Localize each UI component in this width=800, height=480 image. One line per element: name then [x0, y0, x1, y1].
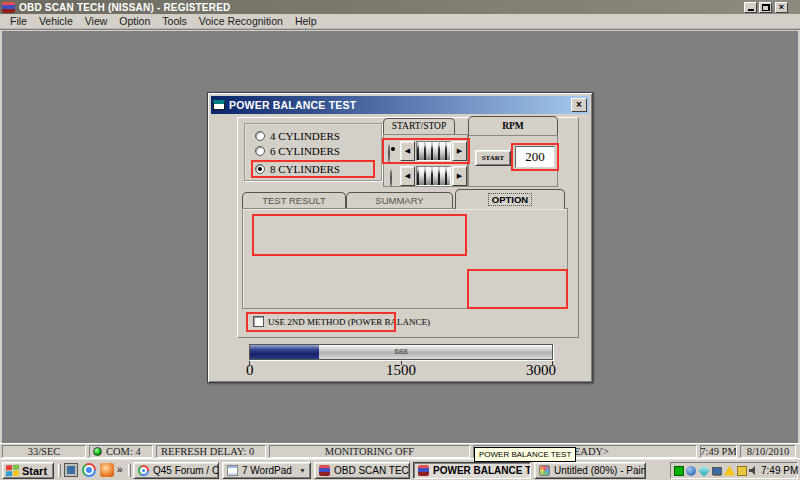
status-com-port: COM: 4 — [89, 445, 153, 458]
chrome-icon — [138, 465, 149, 476]
rpm-adjustment-header: RPM ADJUSTMENT — [468, 116, 558, 135]
spinner1-left-arrow-button[interactable]: ◀ — [400, 141, 415, 161]
menu-option[interactable]: Option — [113, 14, 156, 28]
start-stop-header: START/STOP — [383, 118, 455, 134]
tab-test-result[interactable]: TEST RESULT — [242, 192, 346, 209]
dialog-titlebar: POWER BALANCE TEST × — [211, 96, 589, 114]
start-button[interactable]: START — [475, 150, 511, 166]
start-button-taskbar[interactable]: Start — [2, 462, 54, 479]
restore-button[interactable] — [759, 2, 772, 13]
taskbar: Start » Q45 Forum / Cima Forum... 7 Word… — [0, 458, 800, 480]
rpm-gauge: 688 — [249, 344, 553, 360]
status-sample-rate: 33/SEC — [2, 445, 86, 458]
task-label: 7 WordPad — [242, 465, 292, 476]
scantool-icon — [418, 465, 429, 476]
radio-label: 4 CYLINDERS — [270, 130, 340, 142]
task-wordpad[interactable]: 7 WordPad ▼ — [222, 462, 311, 479]
task-label: OBD SCAN TECH (NISSA... — [334, 465, 410, 476]
option-tab-panel — [242, 208, 568, 309]
tray-update-icon[interactable] — [737, 466, 747, 476]
taskbar-grip[interactable] — [128, 464, 131, 477]
task-power-balance-test[interactable]: POWER BALANCE TEST — [413, 462, 531, 479]
taskbar-tooltip: POWER BALANCE TEST — [474, 447, 576, 462]
media-quicklaunch-icon[interactable] — [100, 463, 114, 477]
menu-tools[interactable]: Tools — [156, 14, 193, 28]
tab-label: TEST RESULT — [262, 195, 326, 206]
taskbar-grip[interactable] — [58, 464, 61, 477]
spinner2-display — [416, 166, 451, 186]
tray-display-icon[interactable] — [712, 467, 722, 475]
tab-label: OPTION — [489, 194, 531, 205]
tray-warning-icon[interactable] — [724, 466, 735, 476]
status-date: 8/10/2010 — [740, 445, 796, 458]
task-label: POWER BALANCE TEST — [433, 465, 531, 476]
spinner-radio-1[interactable] — [388, 144, 390, 163]
radio-label: 8 CYLINDERS — [270, 163, 340, 175]
task-obd-scan-tech[interactable]: OBD SCAN TECH (NISSA... — [314, 462, 410, 479]
start-label: Start — [22, 465, 47, 477]
tab-summary[interactable]: SUMMARY — [346, 192, 453, 209]
spinner2-right-arrow-button[interactable]: ▶ — [452, 166, 467, 186]
minimize-button[interactable] — [744, 2, 757, 13]
gauge-scale-mid: 1500 — [378, 362, 424, 379]
scantool-icon — [319, 465, 330, 476]
tray-diamond-icon[interactable] — [698, 465, 709, 476]
system-tray: 7:49 PM — [670, 462, 798, 479]
radio-icon — [255, 164, 265, 174]
tray-volume-icon[interactable] — [749, 466, 759, 475]
status-time: 7:49 PM — [700, 445, 737, 458]
restore-icon — [762, 4, 770, 11]
com-status-icon — [93, 447, 102, 456]
menu-vehicle[interactable]: Vehicle — [33, 14, 79, 28]
gauge-scale-min: 0 — [246, 362, 254, 379]
spinner1-display — [416, 141, 451, 161]
task-q45-forum[interactable]: Q45 Forum / Cima Forum... — [133, 462, 219, 479]
chrome-quicklaunch-icon[interactable] — [82, 463, 96, 477]
tray-clock: 7:49 PM — [761, 465, 798, 476]
menu-view[interactable]: View — [79, 14, 114, 28]
radio-6-cylinders[interactable]: 6 CYLINDERS — [255, 145, 340, 157]
menu-file[interactable]: File — [4, 14, 33, 28]
close-button[interactable]: × — [775, 2, 788, 13]
rpm-gauge-value: 688 — [250, 347, 552, 356]
power-balance-test-dialog: POWER BALANCE TEST × 4 CYLINDERS 6 CYLIN… — [207, 92, 593, 383]
close-icon: × — [779, 2, 784, 12]
status-monitoring: MONITORING OFF — [269, 445, 470, 458]
app-icon — [2, 2, 15, 13]
radio-4-cylinders[interactable]: 4 CYLINDERS — [255, 130, 340, 142]
dialog-icon — [213, 100, 225, 110]
radio-icon — [255, 131, 265, 141]
status-refresh-delay: REFRESH DELAY: 0 — [156, 445, 266, 458]
paintnet-icon — [539, 465, 550, 476]
tray-network-globe-icon[interactable] — [686, 466, 696, 476]
menu-bar: File Vehicle View Option Tools Voice Rec… — [0, 14, 800, 29]
window-title: OBD SCAN TECH (NISSAN) - REGISTERED — [19, 2, 230, 13]
spinner-radio-2[interactable] — [390, 169, 392, 188]
dialog-title: POWER BALANCE TEST — [229, 99, 571, 111]
dialog-close-button[interactable]: × — [571, 98, 587, 112]
spinner2-left-arrow-button[interactable]: ◀ — [400, 166, 415, 186]
show-desktop-icon[interactable] — [64, 463, 78, 477]
task-label: Untitled (80%) - Paint.N... — [554, 465, 646, 476]
radio-label: 6 CYLINDERS — [270, 145, 340, 157]
task-paint-net[interactable]: Untitled (80%) - Paint.N... — [534, 462, 646, 479]
rpm-value-field[interactable]: 200 — [515, 146, 555, 168]
tab-label: SUMMARY — [375, 195, 423, 206]
group-dropdown-icon[interactable]: ▼ — [299, 467, 306, 474]
task-label: Q45 Forum / Cima Forum... — [153, 465, 219, 476]
main-titlebar: OBD SCAN TECH (NISSAN) - REGISTERED — [0, 0, 800, 14]
tab-option[interactable]: OPTION — [455, 189, 565, 209]
use-2nd-method-label: USE 2ND METHOD (POWER BALANCE) — [268, 317, 430, 327]
radio-8-cylinders[interactable]: 8 CYLINDERS — [255, 163, 340, 175]
quicklaunch-overflow-chevron[interactable]: » — [117, 464, 123, 475]
spinner1-right-arrow-button[interactable]: ▶ — [452, 141, 467, 161]
windows-flag-icon — [6, 465, 19, 477]
com-port-label: COM: 4 — [106, 446, 141, 457]
status-bar: 33/SEC COM: 4 REFRESH DELAY: 0 MONITORIN… — [0, 443, 800, 458]
menu-help[interactable]: Help — [289, 14, 323, 28]
use-2nd-method-checkbox[interactable] — [253, 316, 264, 327]
menu-voice-recognition[interactable]: Voice Recognition — [193, 14, 289, 28]
tray-green-status-icon[interactable] — [674, 466, 684, 476]
gauge-scale-max: 3000 — [514, 362, 556, 379]
minimize-icon — [748, 9, 754, 11]
